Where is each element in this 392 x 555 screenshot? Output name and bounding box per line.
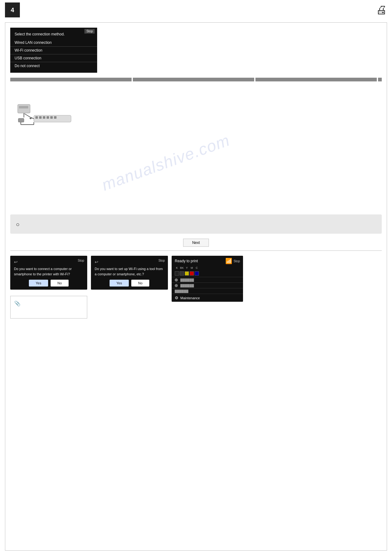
svg-rect-10 [19, 106, 28, 108]
bottom-divider [10, 250, 382, 251]
info-row-1: ▓▓▓▓▓▓ [172, 277, 243, 282]
next-btn-area: Next [10, 239, 382, 247]
no-button-1[interactable]: No [51, 280, 69, 287]
annotation-text [14, 309, 83, 314]
yes-button-1[interactable]: Yes [29, 280, 48, 287]
annotation-box: 📎 [10, 296, 87, 319]
svg-rect-4 [47, 116, 49, 119]
printer-icon: 🖨 [376, 3, 387, 16]
ink-label-y: Y [185, 266, 189, 269]
col-headers [10, 78, 382, 81]
wifi-tool-dialog: Stop ↩ Do you want to set up Wi-Fi using… [91, 256, 168, 290]
dialog-btn-row-2: Yes No [95, 280, 164, 287]
note-box: ○ [10, 214, 382, 234]
wifi-connect-dialog: Stop ↩ Do you want to connect a computer… [10, 256, 87, 290]
usb-connection-item[interactable]: USB connection [10, 54, 97, 62]
col-header-2 [133, 78, 254, 81]
wifi-connection-item[interactable]: Wi-Fi connection [10, 47, 97, 54]
col-content-2 [134, 85, 257, 209]
page-number: 4 [5, 2, 20, 17]
wired-lan-item[interactable]: Wired LAN connection [10, 39, 97, 47]
ink-label-c: C [195, 266, 199, 269]
back-arrow-2[interactable]: ↩ [95, 259, 164, 264]
three-col-content [10, 85, 382, 209]
dialog-title: Select the connection method. [10, 31, 97, 39]
do-not-connect-item[interactable]: Do not connect [10, 62, 97, 70]
main-content: manualshive.com Select the connection me… [5, 22, 387, 551]
bottom-row: Stop ↩ Do you want to connect a computer… [10, 256, 382, 319]
dialog-msg-2: Do you want to set up Wi-Fi using a tool… [95, 266, 164, 277]
ink-bk [180, 271, 184, 276]
ink-m [190, 271, 194, 276]
ink-bar [172, 270, 243, 277]
maintenance-icon: ⚙ [175, 296, 178, 300]
wifi-icon: 📶 [225, 258, 232, 264]
router-illustration [15, 95, 77, 129]
ink-c [195, 271, 199, 276]
svg-rect-5 [50, 116, 53, 119]
col-content-1 [10, 85, 133, 209]
top-bar: 4 🖨 [0, 0, 392, 20]
ink-label-m: M [190, 266, 194, 269]
ink-labels: K BK Y M C [172, 266, 243, 270]
ink-y [185, 271, 189, 276]
stop-label-3: Stop [233, 259, 240, 263]
svg-line-8 [25, 114, 31, 117]
maintenance-row[interactable]: ⚙ Maintenance [172, 294, 243, 302]
next-button[interactable]: Next [183, 239, 209, 247]
stop-label-2: Stop [158, 259, 165, 262]
dialog-btn-row-1: Yes No [14, 280, 83, 287]
ink-k [175, 271, 179, 276]
svg-rect-13 [18, 118, 24, 122]
ready-title: Ready to print [175, 259, 198, 263]
connection-dialog: Select the connection method. Stop Wired… [10, 28, 97, 73]
no-button-2[interactable]: No [131, 280, 149, 287]
illustration-area [13, 93, 131, 134]
yes-button-2[interactable]: Yes [110, 280, 129, 287]
svg-rect-9 [18, 104, 30, 113]
wifi-icon-area: 📶 Stop [225, 258, 240, 264]
svg-rect-3 [43, 116, 45, 119]
svg-rect-1 [35, 116, 38, 119]
svg-rect-6 [54, 116, 56, 119]
col-header-1 [10, 78, 132, 81]
ink-label-k: K [175, 266, 179, 269]
svg-rect-2 [39, 116, 42, 119]
maintenance-label: Maintenance [180, 296, 200, 300]
info-row-3: ▓▓▓▓▓▓ [172, 288, 243, 294]
col-header-3 [255, 78, 377, 81]
ready-dialog: Ready to print 📶 Stop K BK Y M C [172, 256, 243, 302]
stop-button-dialog[interactable]: Stop [84, 29, 95, 34]
info-row-2: ▓▓▓▓▓▓ [172, 282, 243, 288]
col-content-3 [259, 85, 382, 209]
back-arrow-1[interactable]: ↩ [14, 259, 83, 264]
note-icon: ○ [16, 219, 20, 229]
ink-label-bk: BK [180, 266, 184, 269]
ready-title-bar: Ready to print 📶 Stop [172, 256, 243, 266]
stop-label-1: Stop [78, 259, 84, 262]
annotation-icon: 📎 [14, 300, 83, 307]
dialog-msg-1: Do you want to connect a computer or sma… [14, 266, 83, 277]
right-tab-header [378, 78, 382, 81]
